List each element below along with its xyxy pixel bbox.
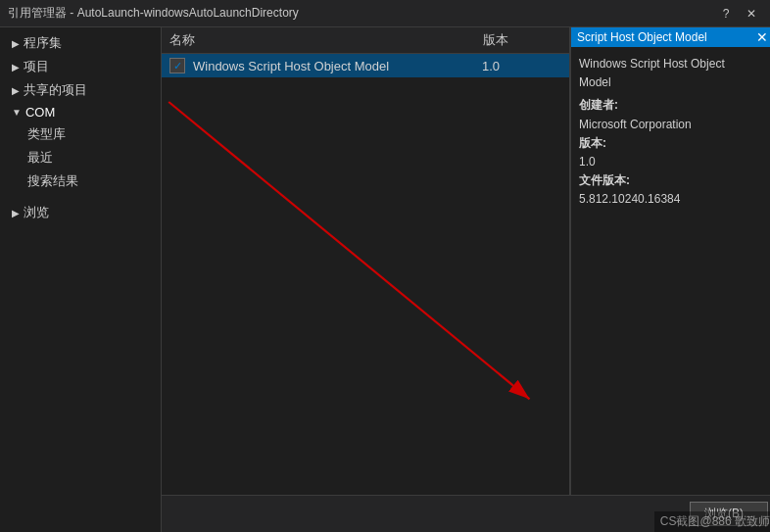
sidebar-item-project[interactable]: ▶ 项目 (0, 55, 161, 78)
row-name: Windows Script Host Object Model (193, 59, 482, 73)
sidebar-item-browse[interactable]: ▶ 浏览 (0, 201, 161, 224)
arrow-icon: ▶ (12, 208, 20, 218)
creator-label: 创建者: (579, 96, 768, 115)
search-input[interactable] (577, 30, 750, 44)
watermark: CS截图@886 歌致师 (654, 511, 770, 532)
main-container: ▶ 程序集 ▶ 项目 ▶ 共享的项目 ▼ COM 类型库 最近 搜索结果 ▶ 浏… (0, 27, 770, 532)
bottom-bar: 浏览(B)... CS截图@886 歌致师 (162, 495, 770, 532)
arrow-icon: ▼ (12, 107, 22, 118)
table-area: 名称 版本 ✓ Windows Script Host Object Model… (162, 27, 570, 495)
sidebar-item-label: 共享的项目 (24, 81, 87, 99)
sidebar-sub-label: 最近 (27, 150, 53, 165)
row-checkbox[interactable]: ✓ (169, 58, 185, 73)
row-version: 1.0 (482, 59, 560, 73)
item-title: Windows Script Host ObjectModel (579, 55, 768, 92)
file-version-value: 5.812.10240.16384 (579, 190, 768, 209)
sidebar-item-com[interactable]: ▼ COM (0, 102, 161, 122)
sidebar-sub-label: 类型库 (27, 126, 66, 141)
search-close-button[interactable]: ✕ (754, 30, 770, 44)
table-header: 名称 版本 (162, 27, 569, 54)
sidebar-item-label: 程序集 (24, 34, 62, 52)
right-panel: ✕ Windows Script Host ObjectModel 创建者: M… (570, 27, 770, 495)
sidebar-item-label: 项目 (24, 58, 49, 75)
sidebar-item-recent[interactable]: 最近 (0, 146, 161, 169)
arrow-icon: ▶ (12, 38, 20, 49)
file-version-label: 文件版本: (579, 171, 768, 190)
red-arrow-overlay (162, 27, 569, 495)
svg-line-1 (168, 102, 529, 399)
sidebar-sub-label: 搜索结果 (27, 173, 78, 188)
creator-value: Microsoft Corporation (579, 116, 768, 134)
info-panel: Windows Script Host ObjectModel 创建者: Mic… (571, 47, 770, 218)
sidebar-item-assemblies[interactable]: ▶ 程序集 (0, 31, 161, 55)
sidebar-item-searchresults[interactable]: 搜索结果 (0, 169, 161, 193)
arrow-icon: ▶ (12, 62, 20, 73)
version-value: 1.0 (579, 153, 768, 171)
sidebar-item-label: COM (25, 105, 55, 120)
title-bar: 引用管理器 - AutoLaunch-windowsAutoLaunchDire… (0, 0, 770, 27)
col-version-header: 版本 (483, 31, 561, 49)
sidebar-item-typelib[interactable]: 类型库 (0, 122, 161, 146)
sidebar-item-label: 浏览 (24, 204, 49, 221)
col-name-header: 名称 (169, 31, 483, 49)
title-bar-controls: ? ✕ (715, 5, 762, 23)
table-row[interactable]: ✓ Windows Script Host Object Model 1.0 (162, 54, 569, 77)
search-bar: ✕ (571, 27, 770, 47)
title-bar-text: 引用管理器 - AutoLaunch-windowsAutoLaunchDire… (8, 5, 299, 22)
sidebar: ▶ 程序集 ▶ 项目 ▶ 共享的项目 ▼ COM 类型库 最近 搜索结果 ▶ 浏… (0, 27, 162, 532)
arrow-icon: ▶ (12, 85, 20, 96)
help-button[interactable]: ? (715, 5, 737, 23)
version-label: 版本: (579, 134, 768, 153)
sidebar-item-shared[interactable]: ▶ 共享的项目 (0, 78, 161, 102)
close-button[interactable]: ✕ (741, 5, 762, 23)
